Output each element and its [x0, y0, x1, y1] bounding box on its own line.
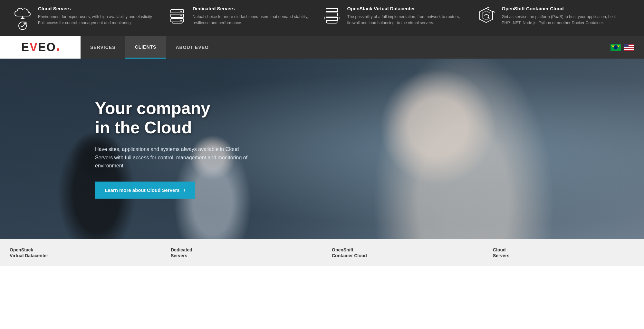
cloud-servers-text: Cloud Servers Environment for expert use…	[38, 6, 158, 26]
hero-cta-button[interactable]: Learn more about Cloud Servers ›	[95, 182, 195, 199]
openstack-icon	[322, 7, 341, 24]
bottom-bar-dedicated[interactable]: Dedicated Servers	[161, 239, 322, 266]
navigation: E V E O SERVICES CLIENTS ABOUT EVEO	[0, 36, 644, 59]
svg-marker-12	[480, 8, 493, 23]
bottom-bar-openshift-label: OpenShift Container Cloud	[332, 247, 473, 258]
svg-rect-10	[326, 13, 338, 16]
top-bar: Cloud Servers Environment for expert use…	[0, 0, 644, 36]
bottom-bar-openstack[interactable]: OpenStack Virtual Datacenter	[0, 239, 161, 266]
openshift-text: OpenShift Container Cloud Get as service…	[502, 6, 621, 26]
nav-services[interactable]: SERVICES	[81, 36, 125, 59]
nav-clients[interactable]: CLIENTS	[125, 36, 166, 59]
bottom-bar-openstack-label: OpenStack Virtual Datacenter	[10, 247, 151, 258]
svg-rect-9	[326, 8, 338, 12]
dedicated-servers-text: Dedicated Servers Natual choice for more…	[193, 6, 312, 26]
svg-point-6	[180, 11, 182, 12]
bottom-bar-openshift[interactable]: OpenShift Container Cloud	[322, 239, 483, 266]
language-flags	[610, 36, 644, 59]
topbar-item-openstack: OpenStack Virtual Datacenter The possibi…	[322, 6, 477, 26]
hero-cta-label: Learn more about Cloud Servers	[105, 187, 180, 193]
hero-subtitle: Have sites, applications and systems alw…	[95, 145, 256, 170]
nav-links: SERVICES CLIENTS ABOUT EVEO	[81, 36, 610, 59]
svg-point-7	[180, 15, 182, 16]
bottom-bar: OpenStack Virtual Datacenter Dedicated S…	[0, 239, 644, 266]
chevron-right-icon: ›	[184, 187, 186, 193]
bottom-bar-cloud[interactable]: Cloud Servers	[483, 239, 644, 266]
hero-content: Your company in the Cloud Have sites, ap…	[0, 99, 256, 198]
svg-point-2	[24, 22, 27, 25]
logo-dot	[57, 48, 59, 51]
hero-title: Your company in the Cloud	[95, 99, 256, 137]
bottom-bar-dedicated-label: Dedicated Servers	[171, 247, 312, 258]
logo-text: E V E O	[21, 41, 59, 54]
topbar-item-cloud-servers: Cloud Servers Environment for expert use…	[13, 6, 168, 30]
dedicated-servers-icon	[168, 7, 187, 24]
nav-about[interactable]: ABOUT EVEO	[166, 36, 218, 59]
svg-rect-11	[326, 17, 338, 21]
topbar-item-dedicated-servers: Dedicated Servers Natual choice for more…	[168, 6, 322, 26]
logo[interactable]: E V E O	[0, 36, 81, 59]
hero-section: Your company in the Cloud Have sites, ap…	[0, 59, 644, 239]
bottom-bar-cloud-label: Cloud Servers	[493, 247, 634, 258]
flag-brazil[interactable]	[610, 44, 621, 51]
openshift-icon	[476, 7, 496, 24]
topbar-item-openshift: OpenShift Container Cloud Get as service…	[476, 6, 631, 26]
flag-usa[interactable]	[624, 44, 634, 51]
cloud-servers-icon	[13, 7, 32, 30]
openstack-text: OpenStack Virtual Datacenter The possibi…	[347, 6, 467, 26]
svg-point-8	[180, 20, 182, 21]
